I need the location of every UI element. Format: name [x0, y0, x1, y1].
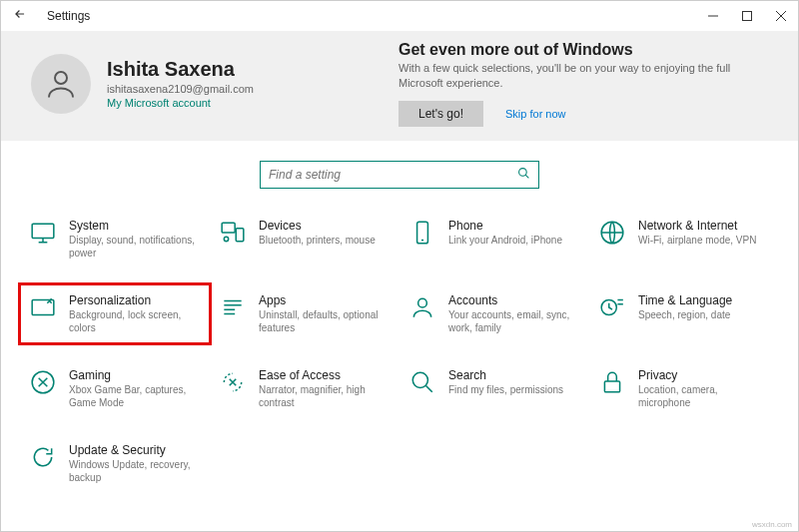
personalization-icon: [29, 293, 57, 321]
back-button[interactable]: [13, 7, 33, 25]
promo-subtitle: With a few quick selections, you'll be o…: [399, 61, 768, 91]
category-update-security[interactable]: Update & SecurityWindows Update, recover…: [25, 439, 205, 488]
maximize-button[interactable]: [730, 1, 764, 31]
svg-rect-0: [743, 12, 752, 21]
magnifier-icon: [408, 368, 436, 396]
category-title: Privacy: [638, 368, 768, 382]
category-gaming[interactable]: GamingXbox Game Bar, captures, Game Mode: [25, 364, 205, 413]
category-desc: Background, lock screen, colors: [69, 308, 199, 334]
category-ease-of-access[interactable]: Ease of AccessNarrator, magnifier, high …: [215, 364, 395, 413]
category-personalization[interactable]: PersonalizationBackground, lock screen, …: [25, 289, 205, 338]
phone-icon: [408, 219, 436, 247]
apps-icon: [219, 293, 247, 321]
search-box[interactable]: [260, 161, 539, 189]
svg-point-6: [224, 237, 228, 241]
close-button[interactable]: [764, 1, 798, 31]
window-title: Settings: [47, 9, 90, 23]
category-title: Accounts: [448, 293, 578, 307]
category-network-internet[interactable]: Network & InternetWi-Fi, airplane mode, …: [594, 215, 774, 264]
category-desc: Windows Update, recovery, backup: [69, 458, 199, 484]
avatar[interactable]: [31, 54, 91, 114]
category-apps[interactable]: AppsUninstall, defaults, optional featur…: [215, 289, 395, 338]
category-title: Search: [448, 368, 563, 382]
minimize-button[interactable]: [696, 1, 730, 31]
category-title: System: [69, 219, 199, 233]
ms-account-link[interactable]: My Microsoft account: [107, 97, 254, 109]
category-search[interactable]: SearchFind my files, permissions: [404, 364, 584, 413]
category-title: Apps: [259, 293, 389, 307]
gaming-icon: [29, 368, 57, 396]
category-privacy[interactable]: PrivacyLocation, camera, microphone: [594, 364, 774, 413]
svg-point-2: [519, 168, 527, 176]
svg-point-13: [412, 372, 427, 387]
lock-icon: [598, 368, 626, 396]
category-devices[interactable]: DevicesBluetooth, printers, mouse: [215, 215, 395, 264]
svg-rect-4: [222, 223, 235, 233]
category-desc: Find my files, permissions: [448, 383, 563, 396]
monitor-icon: [29, 219, 57, 247]
svg-point-10: [418, 298, 427, 307]
clock-language-icon: [598, 293, 626, 321]
category-desc: Xbox Game Bar, captures, Game Mode: [69, 383, 199, 409]
category-desc: Your accounts, email, sync, work, family: [448, 308, 578, 334]
category-phone[interactable]: PhoneLink your Android, iPhone: [404, 215, 584, 264]
category-desc: Narrator, magnifier, high contrast: [259, 383, 389, 409]
category-system[interactable]: SystemDisplay, sound, notifications, pow…: [25, 215, 205, 264]
svg-rect-14: [604, 381, 619, 392]
sync-icon: [29, 443, 57, 471]
svg-rect-3: [32, 224, 54, 238]
category-title: Ease of Access: [259, 368, 389, 382]
category-desc: Link your Android, iPhone: [448, 234, 562, 247]
category-time-language[interactable]: Time & LanguageSpeech, region, date: [594, 289, 774, 338]
skip-link[interactable]: Skip for now: [505, 108, 566, 120]
account-section: Ishita Saxena ishitasaxena2109@gmail.com…: [31, 41, 254, 127]
watermark: wsxdn.com: [752, 520, 792, 529]
globe-icon: [598, 219, 626, 247]
lets-go-button[interactable]: Let's go!: [399, 101, 483, 127]
promo-section: Get even more out of Windows With a few …: [399, 41, 768, 127]
search-input[interactable]: [269, 168, 517, 182]
person-icon: [408, 293, 436, 321]
category-desc: Wi-Fi, airplane mode, VPN: [638, 234, 756, 247]
account-name: Ishita Saxena: [107, 58, 254, 81]
category-desc: Speech, region, date: [638, 308, 732, 321]
header: Ishita Saxena ishitasaxena2109@gmail.com…: [1, 31, 798, 141]
account-email: ishitasaxena2109@gmail.com: [107, 83, 254, 95]
category-title: Phone: [448, 219, 562, 233]
svg-point-1: [55, 72, 67, 84]
category-accounts[interactable]: AccountsYour accounts, email, sync, work…: [404, 289, 584, 338]
category-title: Gaming: [69, 368, 199, 382]
ease-of-access-icon: [219, 368, 247, 396]
category-desc: Location, camera, microphone: [638, 383, 768, 409]
svg-rect-5: [236, 228, 244, 241]
devices-icon: [219, 219, 247, 247]
category-title: Time & Language: [638, 293, 732, 307]
category-desc: Display, sound, notifications, power: [69, 234, 199, 260]
category-desc: Bluetooth, printers, mouse: [259, 234, 376, 247]
search-icon: [517, 167, 530, 183]
category-title: Devices: [259, 219, 376, 233]
category-title: Update & Security: [69, 443, 199, 457]
category-title: Network & Internet: [638, 219, 756, 233]
category-title: Personalization: [69, 293, 199, 307]
promo-title: Get even more out of Windows: [399, 41, 768, 59]
category-desc: Uninstall, defaults, optional features: [259, 308, 389, 334]
